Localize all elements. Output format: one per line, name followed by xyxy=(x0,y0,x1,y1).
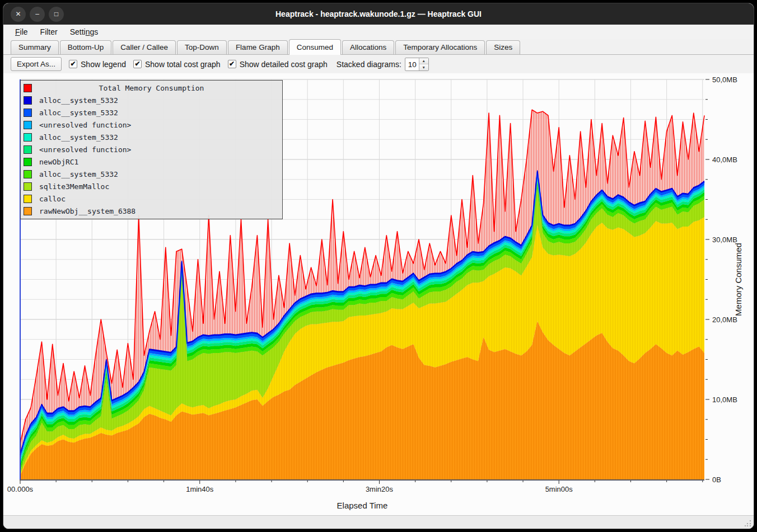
legend-item: alloc__system_5332 xyxy=(21,168,282,180)
show-detailed-cost-label: Show detailed cost graph xyxy=(240,60,328,69)
legend-swatch-icon xyxy=(24,182,32,191)
close-icon[interactable]: ✕ xyxy=(11,7,26,22)
svg-text:10,0MB: 10,0MB xyxy=(712,396,737,404)
legend-label: alloc__system_5332 xyxy=(39,133,118,142)
toolbar: Export As... ✔ Show legend ✔ Show total … xyxy=(3,55,754,73)
legend-swatch-icon xyxy=(24,96,32,105)
minimize-icon[interactable]: – xyxy=(30,7,45,22)
svg-text:1min40s: 1min40s xyxy=(186,485,214,493)
menu-filter[interactable]: Filter xyxy=(34,26,64,37)
spin-down-icon[interactable]: ▼ xyxy=(419,64,428,70)
legend-label: rawNewObj__system_6388 xyxy=(39,207,135,215)
show-total-cost-label: Show total cost graph xyxy=(145,60,221,69)
tab-summary[interactable]: Summary xyxy=(11,40,59,54)
legend-label: alloc__system_5332 xyxy=(39,170,118,178)
chart-area: 00.000s1min40s3min20s5min00sElapsed Time… xyxy=(3,73,754,515)
menu-bar: File Filter Settings xyxy=(3,25,754,39)
show-detailed-cost-checkbox[interactable]: ✔ Show detailed cost graph xyxy=(228,60,328,69)
legend-label: <unresolved function> xyxy=(39,145,131,154)
legend-title-row: Total Memory Consumption xyxy=(21,82,282,94)
resize-grip-icon[interactable] xyxy=(745,520,751,526)
legend-item: alloc__system_5332 xyxy=(21,131,282,143)
legend-swatch-icon xyxy=(24,121,32,129)
stacked-diagrams-value[interactable]: 10 xyxy=(405,58,419,70)
chart-legend: Total Memory Consumptionalloc__system_53… xyxy=(20,80,283,219)
svg-text:30,0MB: 30,0MB xyxy=(712,236,737,244)
legend-label: calloc xyxy=(39,195,66,203)
show-legend-checkbox[interactable]: ✔ Show legend xyxy=(69,60,126,69)
legend-item: alloc__system_5332 xyxy=(21,106,282,119)
legend-swatch-icon xyxy=(24,195,32,203)
legend-item: <unresolved function> xyxy=(21,143,282,156)
legend-item: alloc__system_5332 xyxy=(21,94,282,106)
checkbox-checked-icon[interactable]: ✔ xyxy=(69,60,77,68)
tab-caller-callee[interactable]: Caller / Callee xyxy=(113,40,176,54)
legend-swatch-icon xyxy=(24,207,32,215)
legend-swatch-icon xyxy=(24,158,32,166)
menu-file[interactable]: File xyxy=(9,26,34,37)
tab-bar: Summary Bottom-Up Caller / Callee Top-Do… xyxy=(3,39,754,55)
legend-swatch-icon xyxy=(24,133,32,142)
export-as-button[interactable]: Export As... xyxy=(11,57,62,71)
legend-item: rawNewObj__system_6388 xyxy=(21,205,282,217)
title-bar[interactable]: ✕ – □ Heaptrack - heaptrack.wakunode.1.g… xyxy=(3,3,754,25)
svg-text:Elapsed Time: Elapsed Time xyxy=(337,501,388,510)
svg-text:Memory Consumed: Memory Consumed xyxy=(733,243,743,316)
stacked-diagrams-label: Stacked diagrams: xyxy=(337,60,401,69)
legend-item: calloc xyxy=(21,192,282,205)
legend-label: alloc__system_5332 xyxy=(39,96,118,105)
spin-up-icon[interactable]: ▲ xyxy=(419,58,428,65)
tab-allocations[interactable]: Allocations xyxy=(342,40,394,54)
legend-swatch-icon xyxy=(24,170,32,178)
window-title: Heaptrack - heaptrack.wakunode.1.gz — He… xyxy=(3,10,754,18)
legend-label: newObjRC1 xyxy=(39,158,78,166)
legend-swatch-icon xyxy=(24,109,32,117)
legend-label: <unresolved function> xyxy=(39,121,131,129)
legend-label: Total Memory Consumption xyxy=(21,84,282,92)
legend-item: <unresolved function> xyxy=(21,119,282,131)
svg-text:50,0MB: 50,0MB xyxy=(712,76,737,84)
tab-consumed[interactable]: Consumed xyxy=(289,39,341,55)
stacked-diagrams-spinbox[interactable]: 10 ▲ ▼ xyxy=(405,58,429,71)
tab-top-down[interactable]: Top-Down xyxy=(177,40,227,54)
svg-text:00.000s: 00.000s xyxy=(7,485,34,493)
status-bar xyxy=(3,515,754,529)
checkbox-checked-icon[interactable]: ✔ xyxy=(228,60,236,68)
svg-text:5min00s: 5min00s xyxy=(545,485,573,493)
show-legend-label: Show legend xyxy=(81,60,126,69)
legend-label: alloc__system_5332 xyxy=(39,109,118,117)
app-window: ✕ – □ Heaptrack - heaptrack.wakunode.1.g… xyxy=(3,3,754,529)
svg-text:0B: 0B xyxy=(712,475,721,484)
legend-item: sqlite3MemMalloc xyxy=(21,180,282,192)
tab-sizes[interactable]: Sizes xyxy=(486,40,520,54)
legend-item: newObjRC1 xyxy=(21,156,282,168)
svg-text:3min20s: 3min20s xyxy=(366,485,394,493)
menu-settings[interactable]: Settings xyxy=(64,26,105,37)
tab-temporary-allocations[interactable]: Temporary Allocations xyxy=(395,40,485,54)
legend-label: sqlite3MemMalloc xyxy=(39,182,109,191)
tab-flame-graph[interactable]: Flame Graph xyxy=(228,40,288,54)
checkbox-checked-icon[interactable]: ✔ xyxy=(133,60,142,68)
svg-text:40,0MB: 40,0MB xyxy=(712,156,737,164)
maximize-icon[interactable]: □ xyxy=(49,7,64,22)
legend-swatch-icon xyxy=(24,145,32,154)
show-total-cost-checkbox[interactable]: ✔ Show total cost graph xyxy=(133,60,221,69)
tab-bottom-up[interactable]: Bottom-Up xyxy=(60,40,112,54)
